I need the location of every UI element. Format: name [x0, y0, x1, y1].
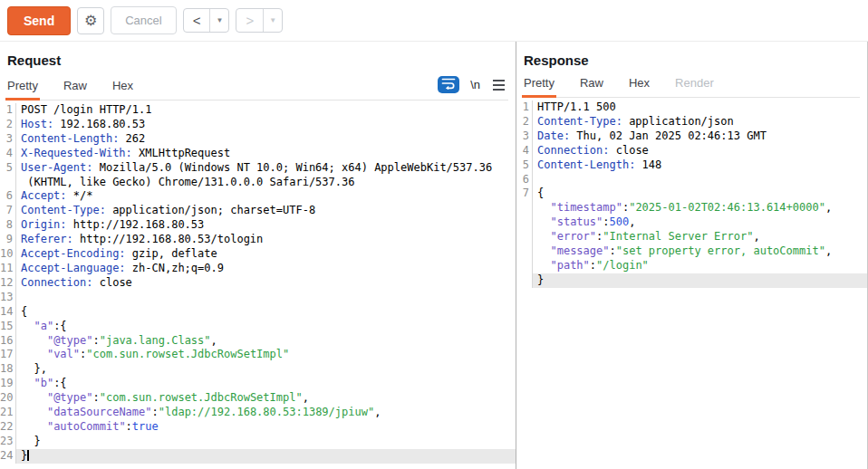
code-line[interactable]: 4X-Requested-With: XMLHttpRequest — [0, 147, 516, 161]
tab-pretty[interactable]: Pretty — [7, 79, 38, 100]
response-tabs: PrettyRawHexRender — [524, 76, 860, 98]
tab-raw[interactable]: Raw — [580, 76, 603, 97]
code-line[interactable]: 18 }, — [0, 362, 516, 377]
editor-menu-button[interactable] — [491, 78, 506, 92]
line-number: 2 — [516, 115, 532, 129]
code-text: "error":"Internal Server Error", — [532, 230, 867, 244]
code-line[interactable]: 3Content-Length: 262 — [0, 132, 516, 147]
code-line[interactable]: 5Content-Length: 148 — [516, 158, 867, 173]
line-number: 3 — [516, 129, 532, 144]
line-number — [516, 201, 532, 215]
code-line[interactable]: } — [516, 273, 867, 288]
line-number: 17 — [0, 348, 15, 362]
code-text: Host: 192.168.80.53 — [15, 118, 516, 132]
code-line[interactable]: 7{ — [516, 187, 867, 201]
code-line[interactable]: 4Connection: close — [516, 144, 867, 158]
line-number — [0, 176, 15, 190]
code-text: Accept-Encoding: gzip, deflate — [15, 247, 516, 262]
code-line[interactable]: 2Content-Type: application/json — [516, 115, 867, 129]
code-line[interactable]: 1HTTP/1.1 500 — [516, 100, 867, 115]
request-panel: Request PrettyRawHex \n — [0, 42, 516, 469]
code-line[interactable]: "timestamp":"2025-01-02T02:46:13.614+000… — [516, 201, 867, 215]
line-number: 7 — [0, 204, 15, 218]
code-text: Content-Type: application/json; charset=… — [15, 204, 516, 218]
request-tab-icons: \n — [438, 76, 508, 100]
forward-dropdown-button[interactable]: ▼ — [263, 9, 282, 32]
code-line[interactable]: 2Host: 192.168.80.53 — [0, 118, 516, 132]
code-text: Connection: close — [532, 144, 867, 158]
code-line[interactable]: 19 "b":{ — [0, 377, 516, 391]
settings-button[interactable]: ⚙ — [77, 7, 104, 34]
code-line[interactable]: 6Accept: */* — [0, 189, 516, 204]
code-line[interactable]: 11Accept-Language: zh-CN,zh;q=0.9 — [0, 262, 516, 276]
tab-hex[interactable]: Hex — [112, 79, 133, 100]
code-text: "dataSourceName":"ldap://192.168.80.53:1… — [15, 406, 516, 420]
line-number: 18 — [0, 362, 15, 377]
request-editor[interactable]: 1POST /login HTTP/1.12Host: 192.168.80.5… — [0, 103, 516, 464]
code-text — [532, 173, 867, 187]
code-line[interactable]: 12Connection: close — [0, 276, 516, 291]
code-line[interactable]: 21 "dataSourceName":"ldap://192.168.80.5… — [0, 406, 516, 420]
show-newlines-toggle[interactable]: \n — [470, 78, 480, 91]
word-wrap-toggle-button[interactable] — [438, 76, 459, 93]
line-number: 19 — [0, 377, 15, 391]
line-number: 21 — [0, 406, 15, 420]
line-number: 23 — [0, 435, 15, 449]
code-line[interactable]: 1POST /login HTTP/1.1 — [0, 103, 516, 118]
line-number — [516, 230, 532, 244]
code-line[interactable]: 7Content-Type: application/json; charset… — [0, 204, 516, 218]
cancel-button[interactable]: Cancel — [111, 6, 176, 34]
code-line[interactable]: 22 "autoCommit":true — [0, 420, 516, 435]
text-caret — [27, 450, 29, 461]
code-text: { — [15, 305, 516, 320]
line-number: 20 — [0, 391, 15, 406]
code-text: POST /login HTTP/1.1 — [15, 103, 516, 118]
code-line[interactable]: 3Date: Thu, 02 Jan 2025 02:46:13 GMT — [516, 129, 867, 144]
code-line[interactable]: "path":"/login" — [516, 259, 867, 273]
code-line[interactable]: 8Origin: http://192.168.80.53 — [0, 218, 516, 233]
forward-button[interactable]: > — [236, 9, 263, 32]
code-text: }, — [15, 362, 516, 377]
hamburger-icon — [493, 80, 505, 81]
tab-pretty[interactable]: Pretty — [524, 76, 555, 97]
send-button[interactable]: Send — [7, 6, 71, 35]
chevron-down-icon: ▼ — [269, 16, 276, 24]
code-line[interactable]: "message":"set property error, autoCommi… — [516, 244, 867, 259]
back-button[interactable]: < — [184, 9, 210, 32]
code-line[interactable]: 17 "val":"com.sun.rowset.JdbcRowSetImpl" — [0, 348, 516, 362]
code-text: X-Requested-With: XMLHttpRequest — [15, 147, 516, 161]
code-text: "autoCommit":true — [15, 420, 516, 435]
code-text: } — [15, 449, 516, 464]
code-line[interactable]: 5User-Agent: Mozilla/5.0 (Windows NT 10.… — [0, 161, 516, 176]
line-number: 5 — [0, 161, 15, 176]
code-text: } — [15, 435, 516, 449]
back-dropdown-button[interactable]: ▼ — [209, 9, 228, 32]
code-line[interactable]: 10Accept-Encoding: gzip, deflate — [0, 247, 516, 262]
code-line[interactable]: 15 "a":{ — [0, 320, 516, 334]
tab-hex[interactable]: Hex — [629, 76, 650, 97]
tab-raw[interactable]: Raw — [63, 79, 87, 100]
code-line[interactable]: "error":"Internal Server Error", — [516, 230, 867, 244]
code-line[interactable]: 16 "@type":"java.lang.Class", — [0, 334, 516, 349]
line-number: 9 — [0, 233, 15, 247]
code-line[interactable]: "status":500, — [516, 215, 867, 230]
gear-icon: ⚙ — [84, 12, 97, 29]
code-text: Connection: close — [15, 276, 516, 291]
forward-arrow-icon: > — [246, 13, 254, 28]
code-line[interactable]: 20 "@type":"com.sun.rowset.JdbcRowSetImp… — [0, 391, 516, 406]
code-text: Referer: http://192.168.80.53/tologin — [15, 233, 516, 247]
code-line[interactable]: 6 — [516, 173, 867, 187]
request-header: Request PrettyRawHex \n — [0, 42, 516, 100]
code-text: "message":"set property error, autoCommi… — [532, 244, 867, 259]
code-line[interactable]: 23 } — [0, 435, 516, 449]
response-editor[interactable]: 1HTTP/1.1 5002Content-Type: application/… — [516, 100, 867, 288]
code-line[interactable]: 9Referer: http://192.168.80.53/tologin — [0, 233, 516, 247]
line-number: 12 — [0, 276, 15, 291]
line-number: 13 — [0, 291, 15, 305]
code-line[interactable]: 14{ — [0, 305, 516, 320]
code-line[interactable]: (KHTML, like Gecko) Chrome/131.0.0.0 Saf… — [0, 176, 516, 190]
code-line[interactable]: 24} — [0, 449, 516, 464]
line-number: 11 — [0, 262, 15, 276]
code-text: "status":500, — [532, 215, 867, 230]
code-line[interactable]: 13 — [0, 291, 516, 305]
